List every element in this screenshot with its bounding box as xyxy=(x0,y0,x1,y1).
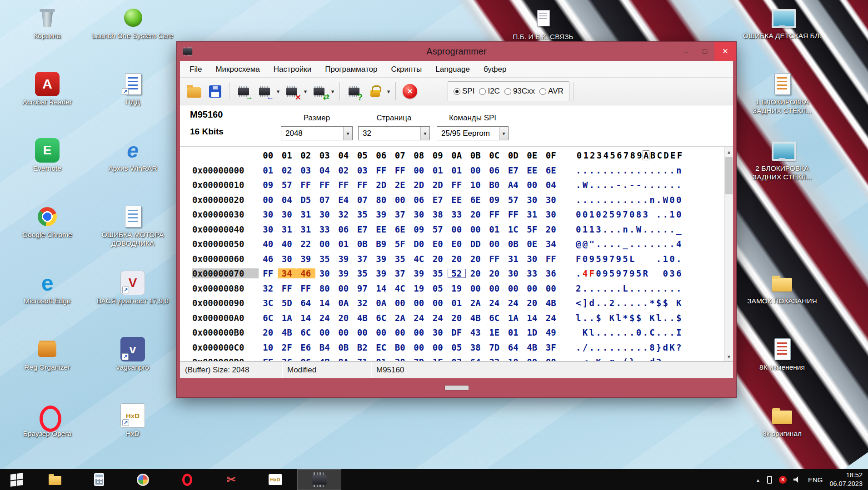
hex-byte-cell[interactable]: 49 xyxy=(542,327,561,337)
desktop-icon[interactable]: 8к оригинал xyxy=(739,401,825,468)
desktop-icon[interactable]: Reg Organizer xyxy=(5,335,90,401)
hex-byte-cell[interactable]: 00 xyxy=(542,283,561,293)
hex-byte-cell[interactable]: 00 xyxy=(542,357,561,361)
taskbar-item-explorer[interactable] xyxy=(33,469,77,490)
hex-byte-cell[interactable]: 30 xyxy=(429,327,448,337)
hex-ascii-cell[interactable]: <]d..2.....*$$ K xyxy=(576,298,683,308)
hex-ascii-cell[interactable]: ./.........8}dK? xyxy=(576,342,683,352)
erase-options-caret[interactable] xyxy=(302,88,309,95)
hex-byte-cell[interactable]: 00 xyxy=(523,283,542,293)
hex-byte-cell[interactable]: 00 xyxy=(485,239,504,249)
hex-byte-cell[interactable]: 31 xyxy=(278,224,297,234)
hex-byte-cell[interactable]: 24 xyxy=(315,313,334,323)
hex-byte-cell[interactable]: 6E xyxy=(391,224,410,234)
hex-byte-cell[interactable]: 01 xyxy=(504,327,523,337)
hex-byte-cell[interactable]: 30 xyxy=(523,195,542,205)
hex-byte-cell[interactable]: 5F xyxy=(523,224,542,234)
hex-byte-cell[interactable]: 03 xyxy=(296,165,315,175)
hex-byte-cell[interactable]: 33 xyxy=(315,224,334,234)
tray-device-icon[interactable] xyxy=(767,476,772,484)
titlebar[interactable]: Asprogrammer xyxy=(177,42,736,61)
hex-byte-cell[interactable]: 5D xyxy=(278,298,297,308)
hex-byte-cell[interactable]: 00 xyxy=(409,327,429,337)
hex-byte-cell[interactable]: 02 xyxy=(334,165,353,175)
desktop-icon[interactable]: ПДД xyxy=(90,70,175,136)
desktop-icon[interactable]: ОШИБКА ДЕТСКАЯ БЛ. xyxy=(739,4,825,70)
hex-byte-cell[interactable]: DD xyxy=(466,239,485,249)
hex-byte-cell[interactable]: FF xyxy=(278,283,297,293)
hex-byte-cell[interactable]: B9 xyxy=(372,239,391,249)
hex-byte-cell[interactable]: 39 xyxy=(372,268,391,278)
hex-byte-cell[interactable]: 35 xyxy=(353,209,372,219)
tray-volume-icon[interactable] xyxy=(793,476,801,483)
scroll-up-arrow[interactable] xyxy=(725,147,733,156)
hex-byte-cell[interactable]: 32 xyxy=(353,298,372,308)
hex-byte-cell[interactable]: FF xyxy=(504,209,523,219)
hex-byte-cell[interactable]: 40 xyxy=(259,239,278,249)
hex-byte-cell[interactable]: 0A xyxy=(334,298,353,308)
hex-byte-cell[interactable]: 20 xyxy=(259,327,278,337)
tray-expand-icon[interactable] xyxy=(756,475,760,484)
hex-byte-cell[interactable]: 1E xyxy=(429,357,448,361)
desktop-icon[interactable]: Архив WinRAR xyxy=(90,136,175,203)
hex-byte-cell[interactable]: 5F xyxy=(391,239,410,249)
hex-byte-cell[interactable]: 01 xyxy=(447,298,466,308)
hex-byte-cell[interactable]: 30 xyxy=(278,254,297,264)
hex-address[interactable]: 0x00000010 xyxy=(192,180,259,190)
menu-item-4[interactable]: Скрипты xyxy=(384,61,429,78)
read-ic-button[interactable] xyxy=(233,81,254,102)
hex-address[interactable]: 0x00000080 xyxy=(192,283,259,293)
hex-byte-cell[interactable]: 10 xyxy=(259,342,278,352)
hex-byte-cell[interactable]: 80 xyxy=(315,283,334,293)
hex-byte-cell[interactable]: 30 xyxy=(542,195,561,205)
hex-byte-cell[interactable]: 01 xyxy=(372,357,391,361)
menu-item-6[interactable]: буфер xyxy=(477,61,514,78)
hex-ascii-cell[interactable]: F0959795L .10. xyxy=(576,254,683,264)
desktop-icon[interactable]: 8К изменения xyxy=(739,335,825,401)
hex-byte-cell[interactable]: 07 xyxy=(315,195,334,205)
hex-byte-cell[interactable]: FF xyxy=(334,180,353,190)
hex-byte-cell[interactable]: 38 xyxy=(429,209,448,219)
hex-ascii-cell[interactable]: ...............n xyxy=(576,165,683,175)
hex-address[interactable]: 0x00000060 xyxy=(192,254,259,264)
start-button[interactable] xyxy=(0,469,33,490)
hex-byte-cell[interactable]: 00 xyxy=(315,239,334,249)
menu-item-5[interactable]: Language xyxy=(429,61,477,78)
hex-byte-cell[interactable]: 39 xyxy=(372,254,391,264)
language-indicator[interactable]: ENG xyxy=(808,476,823,484)
window-resize-grip[interactable] xyxy=(444,385,469,391)
hex-byte-cell[interactable]: B4 xyxy=(315,342,334,352)
hex-ascii-cell[interactable]: .4F0959795R 036 xyxy=(576,268,683,278)
hex-byte-cell[interactable]: 31 xyxy=(523,209,542,219)
hex-byte-cell[interactable]: 97 xyxy=(353,283,372,293)
taskbar-item-paint[interactable] xyxy=(121,469,165,490)
hex-byte-cell[interactable]: 02 xyxy=(278,165,297,175)
hex-byte-cell[interactable]: 1E xyxy=(485,327,504,337)
radio-option-I2C[interactable]: I2C xyxy=(479,87,499,96)
hex-byte-cell[interactable]: E0 xyxy=(447,239,466,249)
hex-byte-cell[interactable]: 6E xyxy=(542,165,561,175)
hex-byte-cell[interactable]: B0 xyxy=(391,342,410,352)
hex-byte-cell[interactable]: 1D xyxy=(523,327,542,337)
hex-byte-cell[interactable]: 00 xyxy=(485,283,504,293)
hex-byte-cell[interactable]: 35 xyxy=(353,268,372,278)
hex-byte-cell[interactable]: 06 xyxy=(485,165,504,175)
hex-byte-cell[interactable]: 31 xyxy=(296,209,315,219)
hex-byte-cell[interactable]: 00 xyxy=(334,327,353,337)
hex-byte-cell[interactable]: EE xyxy=(372,224,391,234)
hex-byte-cell[interactable]: 00 xyxy=(447,224,466,234)
desktop-icon[interactable]: Launch One System Care xyxy=(90,4,175,70)
desktop-icon[interactable]: Acrobat Reader xyxy=(5,70,90,136)
hex-byte-cell[interactable]: 01 xyxy=(485,224,504,234)
hex-byte-cell[interactable]: 46 xyxy=(259,254,278,264)
protect-button[interactable] xyxy=(364,81,385,102)
hex-byte-cell[interactable]: 30 xyxy=(259,209,278,219)
hex-address[interactable]: 0x000000C0 xyxy=(192,342,259,352)
hex-byte-cell[interactable]: 2F xyxy=(278,342,297,352)
hex-byte-cell[interactable]: 04 xyxy=(542,180,561,190)
hex-byte-cell[interactable]: 38 xyxy=(466,342,485,352)
hex-byte-cell[interactable]: 34 xyxy=(278,268,297,278)
hex-byte-cell[interactable]: 6C xyxy=(485,313,504,323)
hex-byte-cell[interactable]: B0 xyxy=(485,180,504,190)
radio-option-AVR[interactable]: AVR xyxy=(539,87,564,96)
